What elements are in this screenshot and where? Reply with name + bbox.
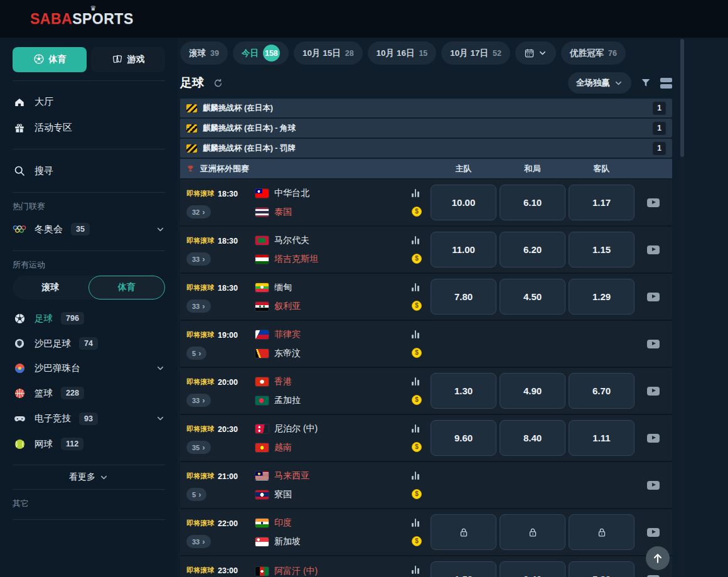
tab-oct-17[interactable]: 10月 17日52: [441, 41, 510, 65]
cashout-coin-icon[interactable]: [412, 442, 422, 452]
away-team[interactable]: 新加坡: [255, 536, 412, 547]
sidebar-item-promotions[interactable]: 活动专区: [13, 115, 165, 141]
tab-oct-16[interactable]: 10月 16日15: [368, 41, 437, 65]
more-markets-button[interactable]: 33›: [186, 394, 211, 407]
refresh-button[interactable]: [213, 78, 223, 89]
layout-toggle-button[interactable]: [660, 78, 672, 89]
scrollbar-thumb[interactable]: [680, 39, 684, 157]
toggle-live[interactable]: 滚球: [13, 276, 88, 299]
odds-button[interactable]: 8.40: [500, 420, 565, 456]
home-team[interactable]: 尼泊尔 (中): [255, 423, 412, 434]
odds-button[interactable]: 1.11: [569, 420, 634, 456]
home-team[interactable]: 缅甸: [255, 282, 412, 293]
sidebar-item-saba-pinball[interactable]: 沙巴弹珠台: [13, 356, 165, 380]
cashout-coin-icon[interactable]: [412, 254, 422, 264]
stats-icon[interactable]: [412, 283, 419, 291]
sidebar-item-saba-soccer[interactable]: 沙巴足球 74: [13, 331, 165, 356]
odds-button[interactable]: 1.58: [431, 561, 496, 577]
scroll-to-top-button[interactable]: [646, 546, 670, 570]
home-team[interactable]: 中华台北: [255, 188, 412, 199]
odds-button[interactable]: 6.70: [569, 373, 634, 409]
video-stream-icon[interactable]: [647, 293, 660, 301]
home-team[interactable]: 印度: [255, 517, 412, 529]
away-team[interactable]: 东帝汶: [255, 348, 412, 359]
video-stream-icon[interactable]: [647, 575, 660, 577]
cashout-coin-icon[interactable]: [412, 489, 422, 499]
video-stream-icon[interactable]: [647, 340, 660, 348]
odds-button[interactable]: 4.90: [500, 373, 565, 409]
odds-button[interactable]: 6.10: [500, 185, 565, 220]
away-team[interactable]: 寮国: [255, 489, 412, 500]
video-stream-icon[interactable]: [647, 245, 660, 254]
odds-button[interactable]: 7.80: [431, 279, 496, 315]
odds-button[interactable]: 1.29: [569, 279, 634, 315]
see-more-button[interactable]: 看更多: [13, 469, 165, 485]
more-markets-button[interactable]: 5›: [186, 488, 206, 501]
stats-icon[interactable]: [412, 377, 419, 386]
odds-button[interactable]: 1.15: [569, 232, 634, 267]
league-row[interactable]: 麒麟挑战杯 (在日本) - 罚牌 1: [180, 139, 672, 158]
video-stream-icon[interactable]: [647, 528, 660, 537]
cashout-coin-icon[interactable]: [412, 301, 422, 311]
stats-icon[interactable]: [412, 519, 419, 527]
away-team[interactable]: 泰国: [255, 207, 412, 218]
odds-button[interactable]: 10.00: [431, 185, 496, 220]
more-markets-button[interactable]: 32›: [186, 205, 211, 218]
filter-button[interactable]: [640, 77, 651, 89]
odds-button[interactable]: 6.20: [500, 232, 565, 267]
odds-button[interactable]: 4.50: [500, 279, 565, 315]
odds-button-locked[interactable]: [500, 514, 565, 550]
home-team[interactable]: 马来西亚: [255, 470, 412, 482]
odds-button[interactable]: 1.30: [431, 373, 496, 409]
stats-icon[interactable]: [412, 424, 419, 433]
sidebar-item-winter-olympics[interactable]: 冬奥会 35: [13, 216, 165, 242]
away-team[interactable]: 塔吉克斯坦: [255, 254, 412, 265]
stats-icon[interactable]: [412, 330, 419, 338]
toggle-sports[interactable]: 体育: [88, 276, 166, 299]
odds-button[interactable]: 5.20: [569, 561, 634, 577]
more-markets-button[interactable]: 33›: [186, 535, 211, 548]
stats-icon[interactable]: [412, 472, 419, 480]
odds-button[interactable]: 11.00: [431, 232, 496, 267]
odds-button[interactable]: 1.17: [569, 185, 634, 220]
tab-oct-15[interactable]: 10月 15日28: [294, 41, 363, 65]
away-team[interactable]: 孟加拉: [255, 395, 412, 406]
away-team[interactable]: 叙利亚: [255, 301, 412, 312]
video-stream-icon[interactable]: [647, 481, 660, 490]
section-header[interactable]: 亚洲杯外围赛 主队 和局 客队: [180, 159, 672, 178]
market-selector-dropdown[interactable]: 全场独赢: [568, 72, 631, 94]
games-mode-button[interactable]: 游戏: [91, 47, 165, 72]
tab-today[interactable]: 今日158: [233, 41, 289, 65]
search-box[interactable]: 搜寻: [13, 158, 165, 184]
more-markets-button[interactable]: 35›: [186, 441, 211, 454]
odds-button-locked[interactable]: [569, 514, 634, 550]
home-team[interactable]: 香港: [255, 376, 412, 387]
sidebar-item-tennis[interactable]: 网球 112: [13, 431, 165, 456]
stats-icon[interactable]: [412, 566, 419, 574]
sidebar-item-soccer[interactable]: 足球 796: [13, 306, 165, 331]
league-row[interactable]: 麒麟挑战杯 (在日本) - 角球 1: [180, 119, 672, 138]
tab-live[interactable]: 滚球39: [180, 41, 228, 65]
stats-icon[interactable]: [412, 236, 419, 244]
sidebar-item-basketball[interactable]: 篮球 228: [13, 380, 165, 406]
home-team[interactable]: 菲律宾: [255, 329, 412, 340]
cashout-coin-icon[interactable]: [412, 536, 422, 546]
home-team[interactable]: 马尔代夫: [255, 235, 412, 246]
cashout-coin-icon[interactable]: [412, 207, 422, 217]
away-team[interactable]: 越南: [255, 442, 412, 453]
cashout-coin-icon[interactable]: [412, 348, 422, 358]
video-stream-icon[interactable]: [647, 198, 660, 207]
more-markets-button[interactable]: 5›: [186, 347, 206, 360]
video-stream-icon[interactable]: [647, 387, 660, 396]
sports-mode-button[interactable]: 体育: [13, 47, 87, 72]
odds-button[interactable]: 9.60: [431, 420, 496, 456]
video-stream-icon[interactable]: [647, 434, 660, 443]
odds-button-locked[interactable]: [431, 514, 496, 550]
league-row[interactable]: 麒麟挑战杯 (在日本) 1: [180, 99, 672, 117]
more-markets-button[interactable]: 33›: [186, 252, 211, 266]
stats-icon[interactable]: [412, 189, 419, 197]
sidebar-item-esports[interactable]: 电子竞技 93: [13, 406, 165, 431]
odds-button[interactable]: 3.40: [500, 561, 565, 577]
sidebar-item-lobby[interactable]: 大厅: [13, 89, 165, 115]
more-markets-button[interactable]: 33›: [186, 299, 211, 313]
